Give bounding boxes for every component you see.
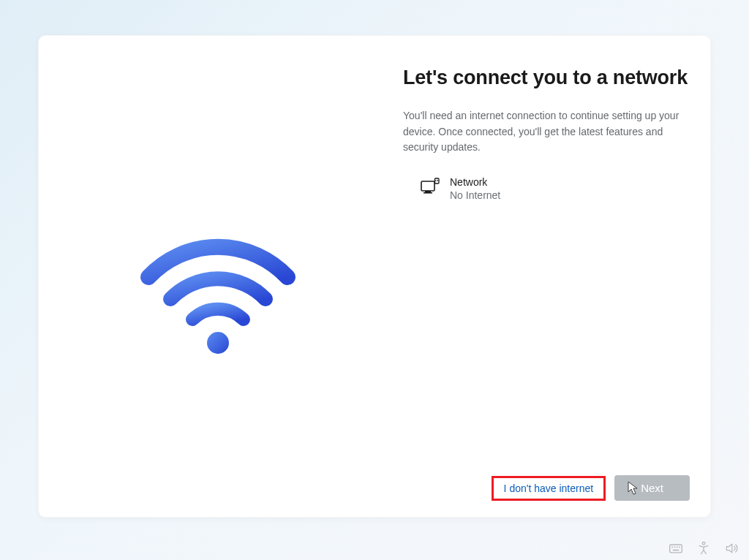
svg-rect-1 bbox=[421, 181, 434, 191]
setup-card: Let's connect you to a network You'll ne… bbox=[38, 35, 711, 518]
svg-point-13 bbox=[702, 542, 705, 545]
accessibility-icon[interactable] bbox=[696, 541, 711, 556]
volume-icon[interactable] bbox=[724, 541, 739, 556]
network-text: Network No Internet bbox=[450, 176, 500, 201]
svg-rect-8 bbox=[671, 547, 673, 548]
ethernet-icon bbox=[421, 178, 440, 197]
svg-rect-9 bbox=[674, 547, 676, 548]
svg-rect-10 bbox=[677, 547, 678, 548]
next-button-label: Next bbox=[641, 482, 663, 494]
button-row: I don't have internet Next bbox=[492, 475, 690, 501]
svg-rect-7 bbox=[670, 545, 682, 553]
svg-rect-4 bbox=[435, 178, 440, 183]
keyboard-icon[interactable] bbox=[669, 541, 683, 556]
wifi-illustration bbox=[134, 226, 302, 372]
svg-rect-2 bbox=[425, 191, 431, 192]
cursor-icon bbox=[628, 481, 639, 496]
network-status: No Internet bbox=[450, 189, 500, 201]
svg-rect-12 bbox=[673, 550, 679, 551]
page-description: You'll need an internet connection to co… bbox=[403, 108, 688, 156]
taskbar-accessibility-tray bbox=[669, 541, 739, 556]
next-button[interactable]: Next bbox=[614, 475, 690, 501]
page-title: Let's connect you to a network bbox=[403, 65, 688, 91]
content-area: Let's connect you to a network You'll ne… bbox=[403, 65, 688, 201]
svg-rect-11 bbox=[679, 547, 680, 548]
svg-point-0 bbox=[207, 332, 229, 354]
network-item[interactable]: Network No Internet bbox=[403, 176, 688, 201]
no-internet-button[interactable]: I don't have internet bbox=[492, 476, 606, 501]
svg-rect-3 bbox=[424, 192, 432, 194]
wifi-icon bbox=[134, 226, 302, 357]
network-name: Network bbox=[450, 176, 500, 188]
